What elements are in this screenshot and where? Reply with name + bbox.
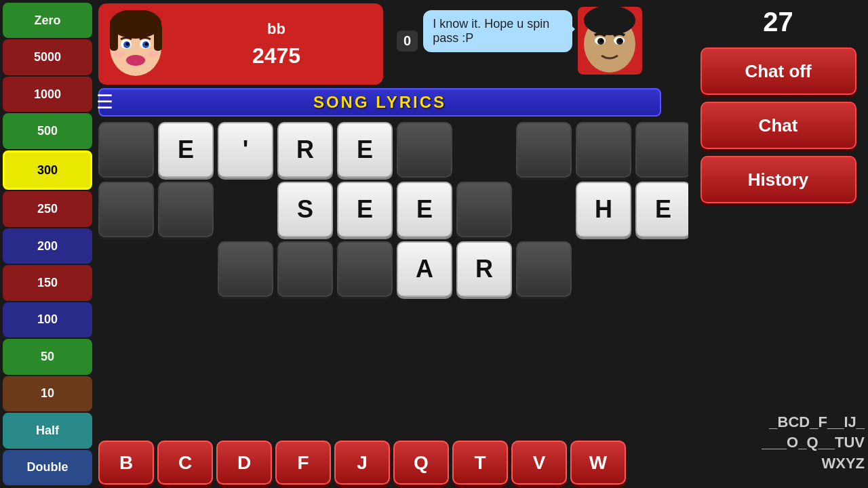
svg-point-20 <box>600 39 604 43</box>
player1-header: bb 2475 <box>98 3 383 85</box>
svg-rect-3 <box>154 24 162 51</box>
tile-r1c10 <box>635 122 691 178</box>
tile-r4c7 <box>456 301 512 357</box>
tile-r3c6: A <box>397 241 452 297</box>
tile-r3c1 <box>98 241 154 297</box>
puzzle-row-2: S E E H E <box>98 182 678 237</box>
score-wheel: Zero 5000 1000 500 300 250 200 150 100 5… <box>0 0 95 488</box>
tile-r2c1 <box>98 182 154 237</box>
tile-r2c2 <box>158 182 214 237</box>
tile-r2c10: E <box>635 182 691 237</box>
category-bar: SONG LYRICS <box>98 88 661 117</box>
puzzle-row-4 <box>98 301 678 357</box>
letters-line2: ___O_Q__TUV <box>762 432 865 453</box>
score-150[interactable]: 150 <box>3 265 92 300</box>
key-D[interactable]: D <box>216 441 272 485</box>
puzzle-row-3: A R <box>98 241 678 297</box>
tile-r3c10 <box>635 241 691 297</box>
chat-off-button[interactable]: Chat off <box>701 47 856 95</box>
tile-r4c1 <box>98 301 154 357</box>
svg-point-13 <box>147 51 158 58</box>
keyboard-area: B C D F J Q T V W <box>98 441 678 485</box>
tile-r1c2: E <box>158 122 214 178</box>
tile-r3c4 <box>277 241 333 297</box>
score-200[interactable]: 200 <box>3 228 92 264</box>
letters-line3: WXYZ <box>762 453 865 474</box>
tile-r2c8 <box>516 182 572 237</box>
svg-point-21 <box>619 39 623 43</box>
tile-r3c3 <box>218 241 273 297</box>
right-sidebar: 27 Chat off Chat History _BCD_F__IJ_ ___… <box>688 0 868 488</box>
score-100[interactable]: 100 <box>3 302 92 338</box>
svg-point-15 <box>584 7 635 35</box>
key-C[interactable]: C <box>157 441 213 485</box>
score-500[interactable]: 500 <box>3 113 92 148</box>
svg-point-12 <box>113 51 124 58</box>
tile-r2c9: H <box>576 182 631 237</box>
key-F[interactable]: F <box>275 441 331 485</box>
tile-r3c9 <box>576 241 631 297</box>
chat-button[interactable]: Chat <box>701 102 856 149</box>
letters-line1: _BCD_F__IJ_ <box>762 412 865 433</box>
tile-r2c5: E <box>337 182 393 237</box>
key-V[interactable]: V <box>511 441 567 485</box>
player1-score: 2475 <box>252 43 300 68</box>
score-half[interactable]: Half <box>3 413 92 448</box>
tile-r4c4 <box>277 301 333 357</box>
score-10[interactable]: 10 <box>3 376 92 411</box>
tile-r1c8 <box>516 122 572 178</box>
tile-r3c2 <box>158 241 214 297</box>
category-title: SONG LYRICS <box>313 93 446 112</box>
tile-r3c7: R <box>456 241 512 297</box>
menu-icon[interactable]: ☰ <box>96 91 113 113</box>
tile-r4c6 <box>397 301 452 357</box>
score-zero[interactable]: Zero <box>3 3 92 38</box>
player1-info: bb 2475 <box>175 20 378 68</box>
score-1000[interactable]: 1000 <box>3 77 92 112</box>
key-T[interactable]: T <box>452 441 508 485</box>
tile-r3c8 <box>516 241 572 297</box>
opponent-score-badge: 0 <box>397 30 418 52</box>
tile-r1c1 <box>98 122 154 178</box>
tile-r2c7 <box>456 182 512 237</box>
tile-r1c5: E <box>337 122 393 178</box>
tile-r2c3 <box>218 182 273 237</box>
tile-r2c6: E <box>397 182 452 237</box>
tile-r2c4: S <box>277 182 333 237</box>
tile-r4c5 <box>337 301 393 357</box>
tile-r4c2 <box>158 301 214 357</box>
svg-point-10 <box>145 43 149 46</box>
tile-r3c5 <box>337 241 393 297</box>
key-J[interactable]: J <box>334 441 390 485</box>
score-50[interactable]: 50 <box>3 339 92 374</box>
tile-r4c8 <box>516 301 572 357</box>
tile-r1c7 <box>456 122 512 178</box>
key-B[interactable]: B <box>98 441 154 485</box>
tile-r1c6 <box>397 122 452 178</box>
score-double[interactable]: Double <box>3 450 92 485</box>
tile-r4c10 <box>635 301 691 357</box>
player1-name: bb <box>267 20 285 38</box>
history-button[interactable]: History <box>701 156 856 203</box>
svg-rect-2 <box>110 24 118 51</box>
score-300[interactable]: 300 <box>3 150 92 190</box>
puzzle-grid: E ' R E S E E H E <box>98 122 678 361</box>
tile-r1c9 <box>576 122 631 178</box>
chat-bubble: I know it. Hope u spin pass :P <box>423 10 572 52</box>
tile-r1c4: R <box>277 122 333 178</box>
svg-point-9 <box>126 43 130 46</box>
score-250[interactable]: 250 <box>3 191 92 226</box>
tile-r1c3: ' <box>218 122 273 178</box>
opponent-area: 0 I know it. Hope u spin pass :P <box>397 3 688 85</box>
tile-r4c9 <box>576 301 631 357</box>
score-5000[interactable]: 5000 <box>3 39 92 75</box>
opponent-avatar <box>578 7 642 75</box>
key-Q[interactable]: Q <box>393 441 449 485</box>
chat-message: I know it. Hope u spin pass :P <box>433 17 549 45</box>
main-game-area: bb 2475 0 I know it. Hope u spin pass :P <box>98 0 688 488</box>
tile-r4c3 <box>218 301 273 357</box>
key-W[interactable]: W <box>570 441 626 485</box>
svg-point-11 <box>126 55 145 66</box>
puzzle-row-1: E ' R E <box>98 122 678 178</box>
player1-avatar <box>104 10 168 78</box>
